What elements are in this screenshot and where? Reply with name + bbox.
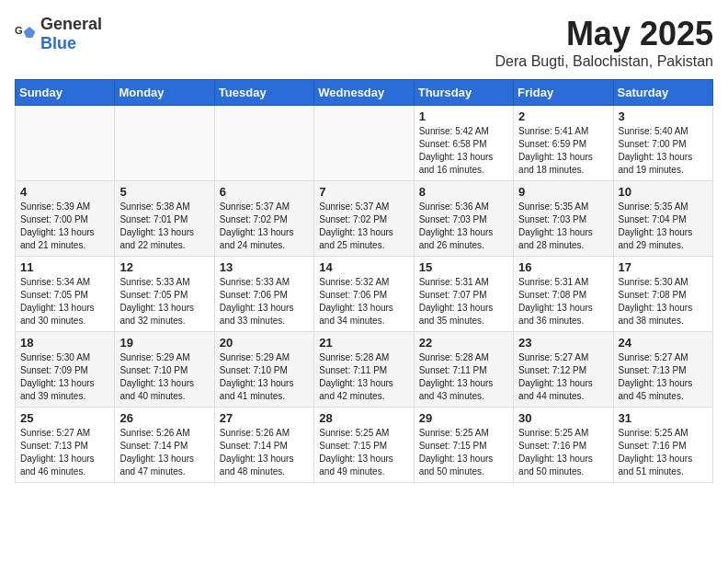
day-number: 6 bbox=[220, 185, 309, 199]
day-header-thursday: Thursday bbox=[414, 80, 513, 106]
day-detail: Sunrise: 5:25 AM Sunset: 7:16 PM Dayligh… bbox=[619, 427, 708, 478]
day-number: 19 bbox=[119, 336, 209, 350]
day-number: 3 bbox=[619, 109, 708, 123]
calendar-cell: 6Sunrise: 5:37 AM Sunset: 7:02 PM Daylig… bbox=[214, 181, 313, 257]
day-detail: Sunrise: 5:41 AM Sunset: 6:59 PM Dayligh… bbox=[518, 125, 608, 177]
day-number: 8 bbox=[419, 185, 508, 199]
calendar-cell: 9Sunrise: 5:35 AM Sunset: 7:03 PM Daylig… bbox=[514, 181, 613, 257]
calendar-cell: 13Sunrise: 5:33 AM Sunset: 7:06 PM Dayli… bbox=[214, 257, 313, 332]
svg-marker-1 bbox=[24, 27, 36, 38]
calendar-cell bbox=[115, 106, 214, 181]
calendar-cell: 25Sunrise: 5:27 AM Sunset: 7:13 PM Dayli… bbox=[16, 408, 115, 483]
location-subtitle: Dera Bugti, Balochistan, Pakistan bbox=[495, 53, 713, 70]
calendar-cell: 31Sunrise: 5:25 AM Sunset: 7:16 PM Dayli… bbox=[613, 408, 712, 483]
day-number: 29 bbox=[419, 411, 508, 425]
day-detail: Sunrise: 5:25 AM Sunset: 7:16 PM Dayligh… bbox=[518, 427, 608, 478]
title-section: May 2025 Dera Bugti, Balochistan, Pakist… bbox=[495, 15, 713, 70]
day-number: 20 bbox=[220, 336, 309, 350]
calendar-cell: 1Sunrise: 5:42 AM Sunset: 6:58 PM Daylig… bbox=[414, 106, 513, 181]
day-detail: Sunrise: 5:35 AM Sunset: 7:04 PM Dayligh… bbox=[619, 201, 708, 252]
day-detail: Sunrise: 5:25 AM Sunset: 7:15 PM Dayligh… bbox=[419, 427, 508, 478]
calendar-cell bbox=[16, 106, 115, 181]
calendar-week-row: 4Sunrise: 5:39 AM Sunset: 7:00 PM Daylig… bbox=[16, 181, 713, 257]
day-detail: Sunrise: 5:30 AM Sunset: 7:08 PM Dayligh… bbox=[619, 276, 708, 327]
calendar-cell: 4Sunrise: 5:39 AM Sunset: 7:00 PM Daylig… bbox=[16, 181, 115, 257]
day-detail: Sunrise: 5:28 AM Sunset: 7:11 PM Dayligh… bbox=[419, 351, 508, 403]
day-number: 10 bbox=[619, 185, 708, 199]
day-detail: Sunrise: 5:36 AM Sunset: 7:03 PM Dayligh… bbox=[419, 201, 508, 252]
calendar-cell: 20Sunrise: 5:29 AM Sunset: 7:10 PM Dayli… bbox=[214, 332, 313, 408]
day-number: 22 bbox=[419, 336, 508, 350]
day-detail: Sunrise: 5:27 AM Sunset: 7:12 PM Dayligh… bbox=[518, 351, 608, 403]
day-detail: Sunrise: 5:31 AM Sunset: 7:08 PM Dayligh… bbox=[518, 276, 608, 327]
calendar-cell: 5Sunrise: 5:38 AM Sunset: 7:01 PM Daylig… bbox=[115, 181, 214, 257]
calendar-cell: 28Sunrise: 5:25 AM Sunset: 7:15 PM Dayli… bbox=[314, 408, 414, 483]
calendar-cell: 17Sunrise: 5:30 AM Sunset: 7:08 PM Dayli… bbox=[613, 257, 712, 332]
day-detail: Sunrise: 5:40 AM Sunset: 7:00 PM Dayligh… bbox=[619, 125, 708, 177]
day-detail: Sunrise: 5:27 AM Sunset: 7:13 PM Dayligh… bbox=[20, 427, 109, 478]
calendar-cell: 21Sunrise: 5:28 AM Sunset: 7:11 PM Dayli… bbox=[314, 332, 414, 408]
calendar-cell: 29Sunrise: 5:25 AM Sunset: 7:15 PM Dayli… bbox=[414, 408, 513, 483]
day-number: 7 bbox=[319, 185, 408, 199]
day-number: 14 bbox=[319, 260, 408, 274]
day-detail: Sunrise: 5:38 AM Sunset: 7:01 PM Dayligh… bbox=[119, 201, 209, 252]
day-number: 18 bbox=[20, 336, 109, 350]
day-detail: Sunrise: 5:26 AM Sunset: 7:14 PM Dayligh… bbox=[220, 427, 309, 478]
day-number: 11 bbox=[20, 260, 109, 274]
day-header-sunday: Sunday bbox=[16, 80, 115, 106]
day-detail: Sunrise: 5:37 AM Sunset: 7:02 PM Dayligh… bbox=[319, 201, 408, 252]
svg-text:G: G bbox=[15, 25, 23, 36]
day-detail: Sunrise: 5:42 AM Sunset: 6:58 PM Dayligh… bbox=[419, 125, 508, 177]
day-number: 24 bbox=[619, 336, 708, 350]
day-number: 12 bbox=[119, 260, 209, 274]
day-number: 31 bbox=[619, 411, 708, 425]
day-number: 5 bbox=[119, 185, 209, 199]
day-detail: Sunrise: 5:34 AM Sunset: 7:05 PM Dayligh… bbox=[20, 276, 109, 327]
header: G General Blue May 2025 Dera Bugti, Balo… bbox=[15, 15, 713, 70]
calendar-cell: 18Sunrise: 5:30 AM Sunset: 7:09 PM Dayli… bbox=[16, 332, 115, 408]
day-detail: Sunrise: 5:29 AM Sunset: 7:10 PM Dayligh… bbox=[119, 351, 209, 403]
calendar-week-row: 11Sunrise: 5:34 AM Sunset: 7:05 PM Dayli… bbox=[16, 257, 713, 332]
day-header-wednesday: Wednesday bbox=[314, 80, 414, 106]
calendar-cell: 7Sunrise: 5:37 AM Sunset: 7:02 PM Daylig… bbox=[314, 181, 414, 257]
day-detail: Sunrise: 5:31 AM Sunset: 7:07 PM Dayligh… bbox=[419, 276, 508, 327]
calendar-cell: 30Sunrise: 5:25 AM Sunset: 7:16 PM Dayli… bbox=[514, 408, 613, 483]
day-number: 23 bbox=[518, 336, 608, 350]
calendar-cell: 23Sunrise: 5:27 AM Sunset: 7:12 PM Dayli… bbox=[514, 332, 613, 408]
day-header-saturday: Saturday bbox=[613, 80, 712, 106]
day-number: 28 bbox=[319, 411, 408, 425]
logo-icon: G bbox=[15, 23, 37, 45]
day-detail: Sunrise: 5:39 AM Sunset: 7:00 PM Dayligh… bbox=[20, 201, 109, 252]
day-number: 16 bbox=[518, 260, 608, 274]
calendar-cell: 27Sunrise: 5:26 AM Sunset: 7:14 PM Dayli… bbox=[214, 408, 313, 483]
day-number: 21 bbox=[319, 336, 408, 350]
calendar-week-row: 1Sunrise: 5:42 AM Sunset: 6:58 PM Daylig… bbox=[16, 106, 713, 181]
calendar-cell: 24Sunrise: 5:27 AM Sunset: 7:13 PM Dayli… bbox=[613, 332, 712, 408]
day-detail: Sunrise: 5:37 AM Sunset: 7:02 PM Dayligh… bbox=[220, 201, 309, 252]
day-detail: Sunrise: 5:26 AM Sunset: 7:14 PM Dayligh… bbox=[119, 427, 209, 478]
day-detail: Sunrise: 5:30 AM Sunset: 7:09 PM Dayligh… bbox=[20, 351, 109, 403]
calendar-cell: 22Sunrise: 5:28 AM Sunset: 7:11 PM Dayli… bbox=[414, 332, 513, 408]
day-header-monday: Monday bbox=[115, 80, 214, 106]
day-header-tuesday: Tuesday bbox=[214, 80, 313, 106]
logo-general: General bbox=[40, 15, 102, 33]
calendar-cell: 16Sunrise: 5:31 AM Sunset: 7:08 PM Dayli… bbox=[514, 257, 613, 332]
day-detail: Sunrise: 5:29 AM Sunset: 7:10 PM Dayligh… bbox=[220, 351, 309, 403]
calendar-table: SundayMondayTuesdayWednesdayThursdayFrid… bbox=[15, 79, 713, 483]
day-number: 17 bbox=[619, 260, 708, 274]
calendar-cell: 8Sunrise: 5:36 AM Sunset: 7:03 PM Daylig… bbox=[414, 181, 513, 257]
calendar-cell: 3Sunrise: 5:40 AM Sunset: 7:00 PM Daylig… bbox=[613, 106, 712, 181]
calendar-cell bbox=[314, 106, 414, 181]
calendar-cell: 15Sunrise: 5:31 AM Sunset: 7:07 PM Dayli… bbox=[414, 257, 513, 332]
calendar-cell: 26Sunrise: 5:26 AM Sunset: 7:14 PM Dayli… bbox=[115, 408, 214, 483]
month-title: May 2025 bbox=[495, 15, 713, 53]
day-detail: Sunrise: 5:33 AM Sunset: 7:05 PM Dayligh… bbox=[119, 276, 209, 327]
calendar-cell bbox=[214, 106, 313, 181]
day-number: 4 bbox=[20, 185, 109, 199]
day-header-friday: Friday bbox=[514, 80, 613, 106]
day-detail: Sunrise: 5:27 AM Sunset: 7:13 PM Dayligh… bbox=[619, 351, 708, 403]
day-number: 27 bbox=[220, 411, 309, 425]
day-detail: Sunrise: 5:33 AM Sunset: 7:06 PM Dayligh… bbox=[220, 276, 309, 327]
day-number: 26 bbox=[119, 411, 209, 425]
calendar-cell: 12Sunrise: 5:33 AM Sunset: 7:05 PM Dayli… bbox=[115, 257, 214, 332]
